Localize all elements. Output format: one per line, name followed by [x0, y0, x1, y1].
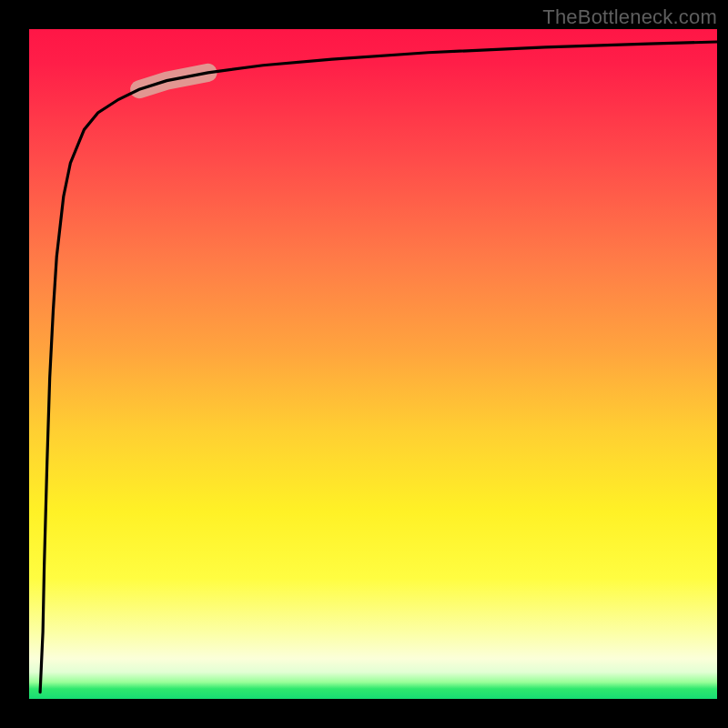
- watermark-text: TheBottleneck.com: [542, 5, 717, 29]
- curve-layer: [29, 29, 717, 699]
- plot-area: [29, 29, 717, 699]
- chart-frame: TheBottleneck.com: [0, 0, 728, 728]
- performance-curve: [40, 42, 717, 693]
